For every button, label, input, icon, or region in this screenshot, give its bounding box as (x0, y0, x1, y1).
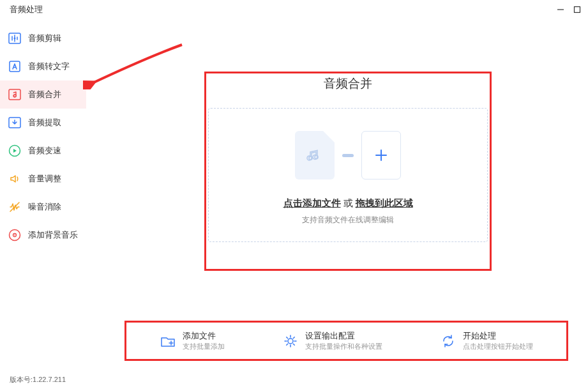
sidebar-item-label: 音频提取 (28, 117, 61, 128)
sidebar-item-label: 音量调整 (28, 173, 61, 185)
audio-file-icon (295, 131, 335, 179)
sidebar-item-label: 音频合并 (28, 89, 61, 100)
merge-panel: 音频合并 点击添加文件或拖拽到此区域 支持音频文件在线调整编辑 (208, 75, 488, 242)
plus-file-icon (361, 131, 401, 179)
sidebar-item-audio-speed[interactable]: 音频变速 (0, 137, 86, 165)
start-process-text: 开始处理 点击处理按钮开始处理 (463, 330, 533, 351)
svg-point-6 (14, 95, 17, 97)
window-controls (556, 5, 582, 14)
svg-point-3 (14, 38, 16, 40)
svg-rect-1 (575, 7, 580, 13)
dash-icon (342, 154, 354, 157)
svg-point-14 (315, 155, 318, 158)
svg-point-19 (288, 339, 293, 344)
sidebar-item-label: 音频变速 (28, 145, 61, 156)
sidebar-item-label: 噪音消除 (28, 201, 61, 213)
sidebar: 音频剪辑 音频转文字 音频合并 音频提取 音频变速 (0, 19, 86, 373)
sidebar-item-audio-merge[interactable]: 音频合并 (0, 80, 86, 109)
svg-point-12 (14, 234, 15, 236)
sidebar-item-label: 音频转文字 (28, 61, 70, 72)
disc-icon (8, 228, 22, 242)
add-files-button[interactable]: 添加文件 支持批量添加 (160, 330, 225, 351)
sidebar-item-label: 音频剪辑 (28, 33, 61, 44)
output-config-button[interactable]: 设置输出配置 支持批量操作和各种设置 (282, 330, 382, 351)
file-dropzone[interactable]: 点击添加文件或拖拽到此区域 支持音频文件在线调整编辑 (208, 108, 488, 242)
add-files-text: 添加文件 支持批量添加 (183, 330, 225, 351)
sidebar-item-noise-removal[interactable]: 噪音消除 (0, 193, 86, 221)
output-config-text: 设置输出配置 支持批量操作和各种设置 (305, 330, 382, 351)
dropzone-hint: 支持音频文件在线调整编辑 (222, 215, 474, 225)
bottombar: 添加文件 支持批量添加 设置输出配置 支持批量操作和各种设置 开始处理 点击处理… (124, 321, 568, 361)
dropzone-illustration (222, 131, 474, 179)
extract-icon (8, 116, 22, 130)
minimize-button[interactable] (556, 5, 565, 14)
folder-plus-icon (160, 333, 176, 349)
letter-a-icon (8, 59, 22, 73)
refresh-icon (440, 333, 456, 349)
sidebar-item-audio-to-text[interactable]: 音频转文字 (0, 52, 86, 80)
titlebar: 音频处理 (0, 0, 588, 19)
maximize-button[interactable] (573, 5, 582, 14)
waveform-icon (8, 31, 22, 45)
speed-icon (8, 144, 22, 158)
volume-icon (8, 172, 22, 186)
panel-title: 音频合并 (208, 75, 488, 92)
svg-rect-4 (10, 61, 20, 72)
svg-point-13 (309, 156, 312, 160)
sidebar-item-audio-edit[interactable]: 音频剪辑 (0, 24, 86, 52)
sidebar-item-volume-adjust[interactable]: 音量调整 (0, 165, 86, 193)
dropzone-primary-text: 点击添加文件或拖拽到此区域 (222, 197, 474, 210)
sidebar-item-label: 添加背景音乐 (28, 229, 78, 241)
app-title: 音频处理 (6, 4, 43, 15)
version-label: 版本号:1.22.7.211 (10, 375, 66, 385)
music-note-icon (8, 88, 22, 102)
sidebar-item-bg-music[interactable]: 添加背景音乐 (0, 221, 86, 249)
sidebar-item-audio-extract[interactable]: 音频提取 (0, 109, 86, 137)
gear-icon (282, 333, 299, 349)
start-process-button[interactable]: 开始处理 点击处理按钮开始处理 (440, 330, 533, 351)
noise-icon (8, 200, 22, 214)
